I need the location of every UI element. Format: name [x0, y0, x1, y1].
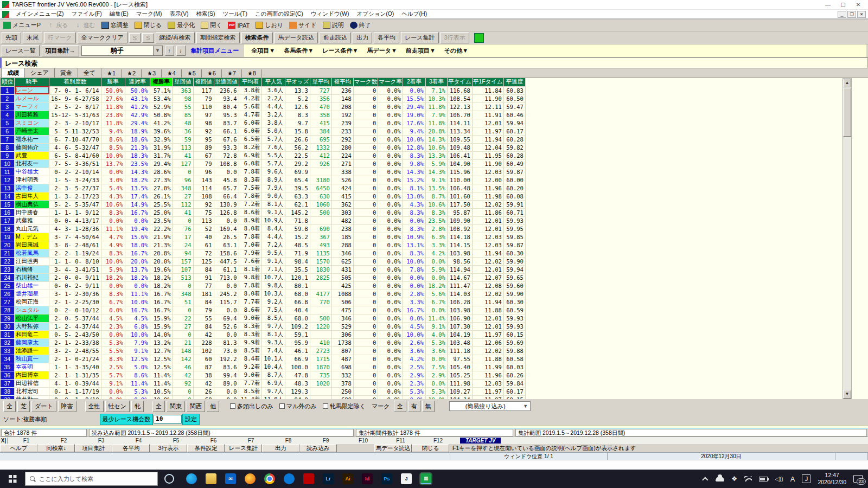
jockey-name-cell[interactable]: 藤岡康太 — [15, 338, 49, 346]
table-row[interactable]: 27松岡正海2- 1- 2-25/306.7%10.0%16.7%5184115… — [1, 298, 526, 306]
button-前走読込[interactable]: 前走読込 — [320, 32, 351, 43]
jockey-name-cell[interactable]: 石橋脩 — [15, 265, 49, 273]
button-各平均[interactable]: 各平均 — [374, 32, 399, 43]
閉じる-toolbar-button[interactable]: 閉じる — [133, 21, 165, 30]
table-row[interactable]: 21松若風馬2- 2- 1-19/248.3%16.7%20.8%9472158… — [1, 249, 526, 257]
jockey-name-cell[interactable]: 松若風馬 — [15, 249, 49, 257]
set-button[interactable]: 設定 — [182, 414, 200, 425]
menu-item[interactable]: ウィンドウ(W) — [307, 10, 353, 17]
jockey-name-cell[interactable]: 津村明秀 — [15, 176, 49, 184]
jockey-name-cell[interactable]: 石川裕紀 — [15, 273, 49, 281]
jockey-name-cell[interactable]: 武豊 — [15, 151, 49, 159]
taskbar-clock[interactable]: 12:47 2020/12/30 — [818, 472, 846, 486]
table-row[interactable]: 37田辺裕信4- 1- 0-39/449.1%11.4%11.4%924289.… — [1, 379, 526, 387]
jockey-name-cell[interactable]: 浜中俊 — [15, 184, 49, 192]
tab-全て[interactable]: 全て — [78, 68, 101, 78]
aggregate-menu-item[interactable]: 馬データ▼ — [363, 47, 400, 55]
jockey-name-cell[interactable]: 田中勝春 — [15, 208, 49, 216]
table-row[interactable]: 20岩田康誠3- 8- 2-48/614.9%18.0%21.3%246163.… — [1, 241, 526, 249]
table-row[interactable]: 26坂井瑠星3- 1- 2-30/368.3%11.1%16.7%3481812… — [1, 290, 526, 298]
store-app-icon[interactable] — [284, 473, 295, 484]
jockey-name-cell[interactable]: マーフィ — [15, 102, 49, 111]
tab-★2[interactable]: ★2 — [122, 69, 142, 78]
jockey-name-cell[interactable]: 丸山元気 — [15, 224, 49, 233]
fkey-button-閉じる[interactable]: 閉じる — [412, 444, 449, 452]
table-row[interactable]: 10北村友一7- 5- 3-36/5113.7%23.5%29.4%127791… — [1, 159, 526, 168]
button-馬データ読込[interactable]: 馬データ読込 — [275, 32, 318, 43]
column-header-単平均[interactable]: 単平均 — [310, 78, 331, 86]
dropbox-icon[interactable]: ❖ — [731, 475, 737, 483]
filter-button-牡セン[interactable]: 牡セン — [105, 401, 130, 412]
move-up-button[interactable]: ↑ — [165, 46, 174, 56]
jockey-name-cell[interactable]: 中谷雄太 — [15, 168, 49, 176]
filter-button-障害[interactable]: 障害 — [58, 401, 76, 412]
scroll-down-icon[interactable]: ▼ — [843, 390, 851, 399]
j-app-icon[interactable]: J — [401, 473, 412, 484]
move-down-button[interactable]: ↓ — [176, 46, 186, 56]
fkey-button-各平均[interactable]: 各平均 — [112, 444, 150, 452]
column-header-複平均[interactable]: 複平均 — [331, 78, 353, 86]
table-row[interactable]: 19M．デム3- 7- 4-50/644.7%15.6%21.9%174026.… — [1, 233, 526, 241]
menu-item[interactable]: 表示(V) — [166, 10, 193, 17]
race-list-button[interactable]: レース一覧 — [2, 45, 40, 56]
jockey-name-cell[interactable]: 柴山雄一 — [15, 281, 49, 290]
filter-button-全[interactable]: 全 — [3, 401, 16, 412]
table-row[interactable]: 14吉田隼人1- 3- 2-17/234.3%17.4%26.1%2710866… — [1, 192, 526, 200]
tab-★5[interactable]: ★5 — [182, 69, 202, 78]
column-header-平オッズ[interactable]: 平オッズ — [285, 78, 310, 86]
table-row[interactable]: 18丸山元気4- 3- 1-28/3611.1%19.4%22.2%765216… — [1, 224, 526, 233]
filter-button-他[interactable]: 他 — [207, 401, 219, 412]
button-先頭[interactable]: 先頭 — [2, 32, 21, 43]
ps-app-icon[interactable]: Ps — [381, 473, 392, 484]
mark-button-有[interactable]: 有 — [408, 401, 420, 412]
jockey-name-cell[interactable]: 内田博幸 — [15, 371, 49, 379]
table-row[interactable]: 8藤岡佑介4- 6- 5-32/478.5%21.3%31.9%1138993.… — [1, 143, 526, 151]
jockey-name-cell[interactable]: 田辺裕信 — [15, 379, 49, 387]
menu-item[interactable]: ファイル(F) — [67, 10, 105, 17]
説明-toolbar-button[interactable]: 説明 — [321, 21, 347, 30]
jockey-name-cell[interactable]: 幸英明 — [15, 363, 49, 371]
folder-app-icon[interactable] — [206, 473, 216, 484]
tab-シェア[interactable]: シェア — [25, 68, 55, 78]
table-row[interactable]: 9武豊6- 5- 8-41/6010.0%18.3%31.7%416772.86… — [1, 151, 526, 159]
exit-green-icon[interactable] — [474, 33, 484, 43]
wifi-icon[interactable] — [744, 476, 752, 481]
tab-★8[interactable]: ★8 — [242, 69, 262, 78]
scroll-up-icon[interactable]: ▲ — [843, 79, 851, 87]
checkbox-牝馬限定除く[interactable]: 牝馬限定除く — [323, 402, 366, 410]
table-row[interactable]: 30大野拓弥1- 2- 4-37/442.3%6.8%15.9%278452.6… — [1, 322, 526, 330]
target-app-icon[interactable]: ▦ — [420, 473, 431, 484]
fkey-button-出力[interactable]: 出力 — [262, 444, 299, 452]
jockey-name-cell[interactable]: 池添謙一 — [15, 346, 49, 355]
tab-賞金[interactable]: 賞金 — [55, 68, 78, 78]
column-header-マーク数[interactable]: マーク数 — [353, 78, 378, 86]
filter-button-ダート[interactable]: ダート — [31, 401, 56, 412]
しおり-toolbar-button[interactable]: しおり — [254, 21, 286, 30]
jockey-name-cell[interactable]: 横山典弘 — [15, 200, 49, 208]
column-header-平1Fタイム[interactable]: 平1Fタイム — [472, 78, 503, 86]
aggregate-menu-label[interactable]: 集計項目メニュー — [191, 47, 239, 55]
table-row[interactable]: 33池添謙一3- 2- 2-48/555.5%9.1%12.7%14810273… — [1, 346, 526, 355]
menu-item[interactable]: オプション(O) — [353, 10, 398, 17]
table-row[interactable]: 17武藤雅0- 0- 4-13/170.0%0.0%23.5%01130.08.… — [1, 216, 526, 224]
table-row[interactable]: 11中谷雄太0- 2- 2-10/140.0%14.3%28.6%0960.07… — [1, 168, 526, 176]
tab-★6[interactable]: ★6 — [202, 69, 222, 78]
chrome-app-icon[interactable] — [264, 473, 275, 484]
ime-lang-icon[interactable]: J — [802, 474, 810, 483]
column-header-勝率[interactable]: 勝率 — [101, 78, 125, 86]
jockey-name-cell[interactable]: 松山弘平 — [15, 314, 49, 322]
jockey-name-cell[interactable]: 福永祐一 — [15, 135, 49, 143]
jockey-name-cell[interactable]: 秋山真一 — [15, 355, 49, 363]
ff-app-icon[interactable] — [245, 473, 256, 484]
table-row[interactable]: 4川田将雅15-12- 5-31/6323.8%42.9%50.8%859795… — [1, 111, 526, 119]
onedrive-icon[interactable] — [716, 477, 724, 481]
jockey-name-cell[interactable]: 北村宏司 — [15, 387, 49, 395]
tab-★7[interactable]: ★7 — [222, 69, 242, 78]
table-row[interactable]: 6戸崎圭太5- 5-11-32/539.4%18.9%39.6%369266.1… — [1, 127, 526, 135]
volume-icon[interactable]: ◁)) — [775, 476, 783, 483]
quick-filter-dropdown[interactable]: (簡易絞り込み)▼ — [449, 401, 531, 411]
jockey-name-cell[interactable]: 大野拓弥 — [15, 322, 49, 330]
checkbox-マル外のみ[interactable]: マル外のみ — [279, 402, 317, 410]
ime-mode-icon[interactable]: A — [790, 475, 795, 483]
tab-★4[interactable]: ★4 — [162, 69, 182, 78]
